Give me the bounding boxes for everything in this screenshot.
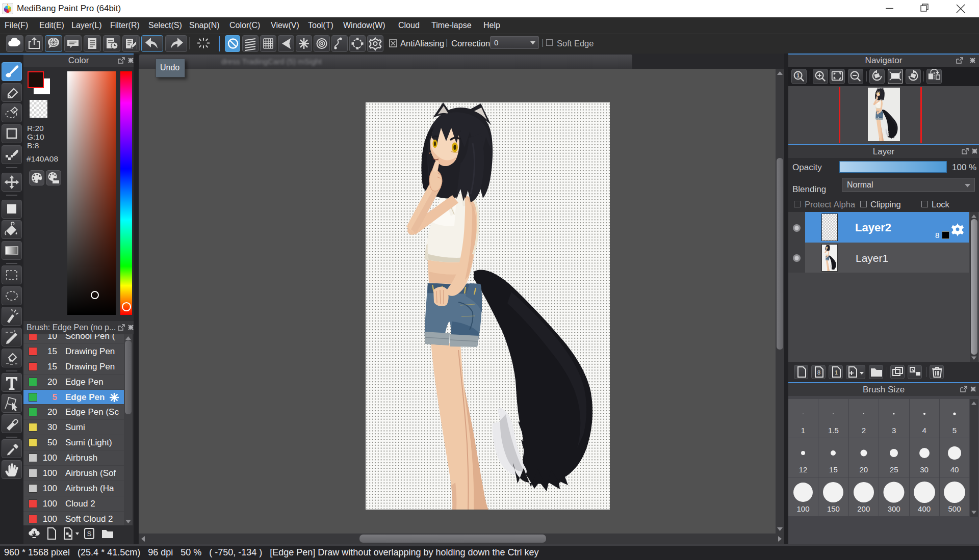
svg-text:1: 1 [835, 369, 838, 376]
svg-text:S: S [87, 530, 92, 538]
svg-text:1: 1 [796, 72, 800, 78]
svg-text:8: 8 [817, 369, 820, 376]
